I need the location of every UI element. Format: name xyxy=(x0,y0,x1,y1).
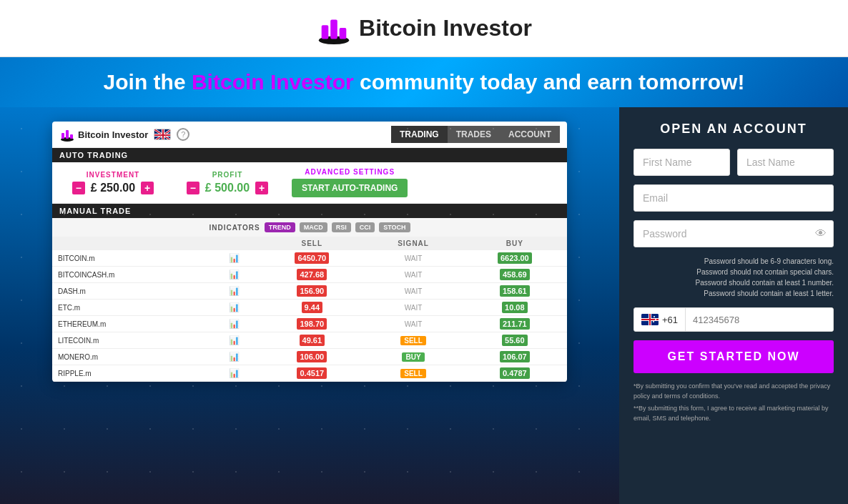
investment-label: INVESTMENT xyxy=(87,171,139,179)
investment-controls: − £ 250.00 + xyxy=(72,182,154,194)
phone-country-selector[interactable]: +61 xyxy=(634,308,686,331)
profit-increase-btn[interactable]: + xyxy=(255,182,268,194)
hint-special: Password should not contain special char… xyxy=(633,267,834,277)
first-name-input[interactable] xyxy=(633,149,730,176)
row-chart-icon[interactable]: 📊 xyxy=(209,349,260,365)
svg-rect-16 xyxy=(154,134,171,136)
row-chart-icon[interactable]: 📊 xyxy=(209,365,260,382)
row-chart-icon[interactable]: 📊 xyxy=(209,267,260,283)
row-signal: WAIT xyxy=(364,250,462,267)
row-buy: 55.60 xyxy=(463,332,567,349)
table-row: MONERO.m📊106.00BUY106.07 xyxy=(52,349,567,365)
indicators-row: INDICATORS TREND MACD RSI CCI STOCH xyxy=(52,218,567,237)
svg-rect-1 xyxy=(322,25,329,39)
main-content: Bitcoin Investor xyxy=(0,107,848,504)
phone-row: +61 xyxy=(633,307,834,332)
row-signal: WAIT xyxy=(364,283,462,300)
header: Bitcoin Investor xyxy=(0,0,848,57)
row-signal: WAIT xyxy=(364,267,462,283)
reg-title: OPEN AN ACCOUNT xyxy=(633,122,834,137)
col-name xyxy=(52,237,209,250)
tab-trading[interactable]: TRADING xyxy=(391,126,448,143)
investment-increase-btn[interactable]: + xyxy=(141,182,154,194)
logo-icon xyxy=(316,12,352,44)
australia-flag xyxy=(641,314,659,325)
badge-cci: CCI xyxy=(355,222,375,232)
row-name: MONERO.m xyxy=(52,349,209,365)
disclaimer: *By submitting you confirm that you've r… xyxy=(633,382,834,423)
profit-label: PROFIT xyxy=(212,171,243,179)
row-sell: 106.00 xyxy=(260,349,364,365)
trading-panel: Bitcoin Investor xyxy=(0,107,619,504)
svg-point-23 xyxy=(655,319,656,320)
investment-row: INVESTMENT − £ 250.00 + PROFIT − £ 500.0… xyxy=(52,162,567,204)
widget-topbar: Bitcoin Investor xyxy=(52,122,567,148)
trading-widget: Bitcoin Investor xyxy=(52,122,567,382)
row-buy: 158.61 xyxy=(463,283,567,300)
investment-decrease-btn[interactable]: − xyxy=(72,182,85,194)
phone-input[interactable] xyxy=(686,308,833,331)
start-auto-trading-btn[interactable]: START AUTO-TRADING xyxy=(292,179,408,197)
svg-rect-5 xyxy=(61,133,64,139)
row-chart-icon[interactable]: 📊 xyxy=(209,300,260,316)
profit-decrease-btn[interactable]: − xyxy=(187,182,199,194)
row-name: DASH.m xyxy=(52,283,209,300)
flag-uk xyxy=(154,129,171,140)
manual-trade-bar: MANUAL TRADE xyxy=(52,204,567,218)
row-sell: 49.61 xyxy=(260,332,364,349)
last-name-input[interactable] xyxy=(737,149,834,176)
country-code: +61 xyxy=(662,315,678,325)
profit-value: £ 500.00 xyxy=(205,182,250,194)
row-sell: 156.90 xyxy=(260,283,364,300)
hint-letter: Password should contain at least 1 lette… xyxy=(633,288,834,299)
app-title: Bitcoin Investor xyxy=(359,15,532,41)
hint-length: Password should be 6-9 characters long. xyxy=(633,256,834,267)
name-row xyxy=(633,149,834,176)
row-buy: 10.08 xyxy=(463,300,567,316)
hint-number: Password should contain at least 1 numbe… xyxy=(633,277,834,288)
password-hints: Password should be 6-9 characters long. … xyxy=(633,256,834,299)
hero-banner: Join the Bitcoin Investor community toda… xyxy=(0,57,848,107)
widget-title: Bitcoin Investor xyxy=(78,129,148,140)
row-chart-icon[interactable]: 📊 xyxy=(209,283,260,300)
svg-point-24 xyxy=(653,321,654,322)
disclaimer-1: *By submitting you confirm that you've r… xyxy=(633,382,834,401)
password-input[interactable] xyxy=(633,220,834,247)
topbar-left: Bitcoin Investor xyxy=(59,127,189,142)
hero-text-after: community today and earn tomorrow! xyxy=(354,70,745,94)
row-buy: 211.71 xyxy=(463,316,567,332)
hero-text-before: Join the xyxy=(104,70,192,94)
email-input[interactable] xyxy=(633,184,834,212)
table-row: BITCOINCASH.m📊427.68WAIT458.69 xyxy=(52,267,567,283)
row-sell: 198.70 xyxy=(260,316,364,332)
badge-stoch: STOCH xyxy=(379,222,410,232)
profit-controls: − £ 500.00 + xyxy=(187,182,268,194)
badge-rsi: RSI xyxy=(332,222,351,232)
advanced-label: ADVANCED SETTINGS xyxy=(305,168,395,176)
tab-trades[interactable]: TRADES xyxy=(448,126,500,143)
svg-rect-3 xyxy=(340,28,347,39)
profit-group: PROFIT − £ 500.00 + xyxy=(177,171,277,194)
help-icon[interactable]: ? xyxy=(177,128,189,141)
row-name: ETHEREUM.m xyxy=(52,316,209,332)
row-chart-icon[interactable]: 📊 xyxy=(209,316,260,332)
toggle-password-icon[interactable]: 👁 xyxy=(815,227,827,240)
row-name: BITCOINCASH.m xyxy=(52,267,209,283)
get-started-btn[interactable]: GET STARTED NOW xyxy=(633,340,834,373)
row-chart-icon[interactable]: 📊 xyxy=(209,250,260,267)
row-sell: 0.4517 xyxy=(260,365,364,382)
trade-table: SELL SIGNAL BUY BITCOIN.m📊6450.70WAIT662… xyxy=(52,237,567,382)
hero-text: Join the Bitcoin Investor community toda… xyxy=(21,70,827,94)
row-sell: 6450.70 xyxy=(260,250,364,267)
row-sell: 9.44 xyxy=(260,300,364,316)
investment-group: INVESTMENT − £ 250.00 + xyxy=(63,171,163,194)
svg-rect-2 xyxy=(330,19,337,39)
password-wrapper: 👁 xyxy=(633,220,834,247)
tab-account[interactable]: ACCOUNT xyxy=(500,126,560,143)
indicators-label: INDICATORS xyxy=(209,224,260,232)
svg-rect-6 xyxy=(66,130,69,139)
row-chart-icon[interactable]: 📊 xyxy=(209,332,260,349)
badge-trend: TREND xyxy=(265,222,295,232)
registration-panel: OPEN AN ACCOUNT 👁 Password should be 6-9… xyxy=(619,107,848,504)
svg-point-22 xyxy=(654,316,655,317)
